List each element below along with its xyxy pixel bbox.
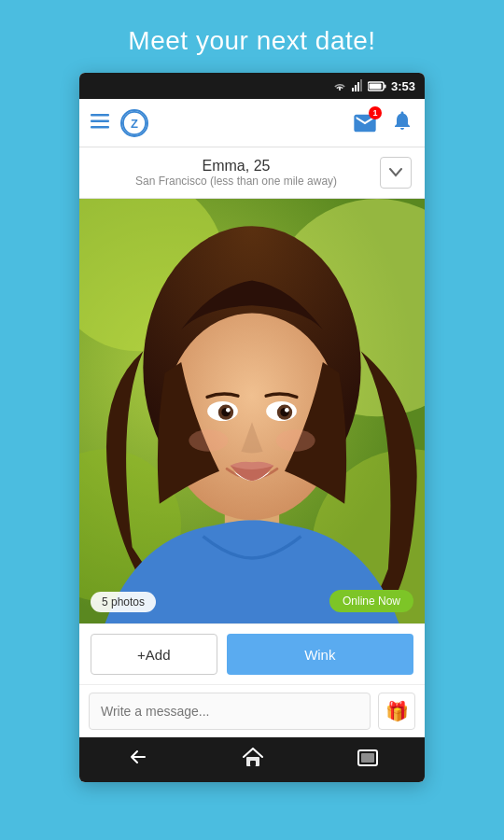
svg-text:Z: Z: [131, 116, 138, 130]
bell-icon[interactable]: [391, 109, 413, 137]
menu-icon[interactable]: [91, 112, 109, 133]
svg-rect-32: [250, 761, 256, 766]
app-logo: Z: [120, 109, 148, 137]
svg-point-30: [276, 429, 315, 451]
svg-rect-4: [360, 79, 362, 91]
recent-nav-button[interactable]: [339, 740, 397, 779]
message-area: 🎁: [79, 684, 425, 737]
profile-name: Emma, 25: [92, 158, 380, 175]
svg-point-27: [226, 408, 231, 413]
phone-frame: 3:53 Z 1 Emma, 25 San Fr: [79, 73, 425, 782]
photo-area: 5 photos Online Now: [79, 199, 425, 623]
signal-icon: [352, 79, 363, 93]
profile-info: Emma, 25 San Francisco (less than one mi…: [92, 158, 380, 188]
notification-button[interactable]: 1: [352, 110, 378, 136]
svg-rect-7: [369, 83, 381, 89]
status-time: 3:53: [391, 79, 415, 93]
home-nav-button[interactable]: [224, 740, 282, 779]
svg-rect-2: [355, 85, 357, 91]
add-button[interactable]: +Add: [91, 634, 217, 675]
profile-photo: [79, 199, 425, 623]
app-bar: Z 1: [79, 99, 425, 147]
svg-point-28: [285, 408, 289, 413]
gift-button[interactable]: 🎁: [378, 693, 415, 730]
profile-location: San Francisco (less than one mile away): [92, 175, 380, 188]
svg-rect-6: [384, 84, 385, 88]
svg-rect-9: [91, 120, 109, 123]
svg-rect-34: [361, 753, 374, 763]
nav-bar: [79, 737, 425, 782]
back-nav-button[interactable]: [107, 740, 167, 779]
online-badge: Online Now: [329, 590, 413, 612]
action-buttons: +Add Wink: [79, 623, 425, 684]
svg-point-29: [189, 429, 228, 451]
profile-header: Emma, 25 San Francisco (less than one mi…: [79, 147, 425, 199]
svg-point-0: [339, 89, 341, 91]
status-bar: 3:53: [79, 73, 425, 99]
wifi-icon: [332, 79, 347, 93]
svg-rect-8: [91, 114, 109, 117]
photos-count-badge: 5 photos: [91, 592, 156, 612]
svg-rect-3: [357, 82, 359, 91]
svg-rect-10: [91, 126, 109, 129]
page-title: Meet your next date!: [128, 26, 375, 56]
svg-rect-1: [352, 88, 354, 91]
wink-button[interactable]: Wink: [227, 634, 413, 675]
battery-icon: [368, 81, 386, 91]
expand-button[interactable]: [380, 157, 412, 189]
message-input[interactable]: [89, 693, 371, 730]
